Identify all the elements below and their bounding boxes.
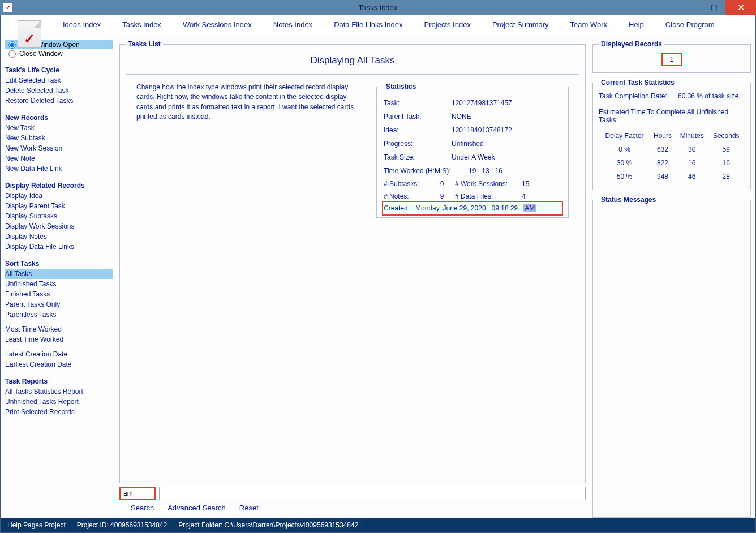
tasks-list-fieldset: Tasks List Displaying All Tasks Change h… xyxy=(119,40,586,483)
menu-projects-index[interactable]: Projects Index xyxy=(424,20,471,29)
close-button[interactable]: ✕ xyxy=(725,0,756,15)
link-latest-creation-date[interactable]: Latest Creation Date xyxy=(5,349,113,359)
link-earliest-creation-date[interactable]: Earliest Creation Date xyxy=(5,359,113,369)
menu-notes-index[interactable]: Notes Index xyxy=(273,20,312,29)
stat-created-label: Created: xyxy=(384,204,410,212)
stat-progress-label: Progress: xyxy=(384,140,452,148)
cts-completion-value: 60.36 % of task size. xyxy=(678,92,741,100)
menu-project-summary[interactable]: Project Summary xyxy=(492,20,549,29)
link-new-work-session[interactable]: New Work Session xyxy=(5,143,113,153)
window-title: Tasks Index xyxy=(359,3,398,12)
link-all-tasks-report[interactable]: All Tasks Statistics Report xyxy=(5,386,113,397)
link-display-data-file-links[interactable]: Display Data File Links xyxy=(5,242,113,252)
cts-row: 0 % 632 30 59 xyxy=(600,143,744,156)
cts-estimate-label: Estimated Time To Complete All Unfinishe… xyxy=(599,102,745,125)
cts-row: 50 % 948 46 28 xyxy=(600,170,744,183)
link-display-notes[interactable]: Display Notes xyxy=(5,231,113,242)
search-term-input[interactable] xyxy=(119,487,156,500)
status-project-id: Project ID: 400956931534842 xyxy=(77,521,167,529)
heading-display-related: Display Related Records xyxy=(5,182,113,190)
cts-legend: Current Task Statistics xyxy=(599,79,677,87)
status-project-folder: Project Folder: C:\Users\Darren\Projects… xyxy=(178,521,358,529)
radio-close-window[interactable]: Close Window xyxy=(5,49,113,58)
stat-worked-value: 19 : 13 : 16 xyxy=(469,167,561,175)
link-new-task[interactable]: New Task xyxy=(5,123,113,133)
link-new-data-file-link[interactable]: New Data File Link xyxy=(5,164,113,174)
link-display-subtasks[interactable]: Display Subtasks xyxy=(5,211,113,221)
stat-size-label: Task Size: xyxy=(384,153,452,161)
reset-search-link[interactable]: Reset xyxy=(239,504,259,512)
link-new-note[interactable]: New Note xyxy=(5,153,113,164)
cts-table: Delay Factor Hours Minutes Seconds 0 % 6… xyxy=(599,128,745,184)
titlebar: Tasks Index — ☐ ✕ xyxy=(0,0,756,15)
menubar: Ideas Index Tasks Index Work Sessions In… xyxy=(1,15,755,36)
menu-tasks-index[interactable]: Tasks Index xyxy=(122,20,161,29)
link-restore-tasks[interactable]: Restore Deleted Tasks xyxy=(5,96,113,106)
cts-completion-label: Task Completion Rate: xyxy=(599,92,678,100)
tasks-list-title: Displaying All Tasks xyxy=(126,51,579,74)
link-delete-task[interactable]: Delete Selected Task xyxy=(5,85,113,96)
link-unfinished-tasks-report[interactable]: Unfinished Tasks Report xyxy=(5,397,113,407)
maximize-button[interactable]: ☐ xyxy=(703,0,725,15)
stat-size-value: Under A Week xyxy=(452,153,561,161)
search-main-input[interactable] xyxy=(159,487,586,500)
stat-subtasks-label: # Subtasks: xyxy=(384,180,429,188)
menu-help[interactable]: Help xyxy=(629,20,644,29)
link-display-work-sessions[interactable]: Display Work Sessions xyxy=(5,221,113,231)
task-card[interactable]: Change how the index type windows print … xyxy=(126,74,579,226)
cts-h-hours: Hours xyxy=(650,130,675,142)
displayed-records-value: 1 xyxy=(663,54,680,65)
cts-h-seconds: Seconds xyxy=(709,130,744,142)
advanced-search-link[interactable]: Advanced Search xyxy=(167,504,226,512)
cts-h-delay: Delay Factor xyxy=(600,130,649,142)
search-area: Search Advanced Search Reset xyxy=(119,483,586,518)
stat-parent-value: NONE xyxy=(452,113,561,121)
stat-created-time: 09:18:29 xyxy=(492,204,518,212)
link-parentless-tasks[interactable]: Parentless Tasks xyxy=(5,310,113,320)
stat-ws-value: 15 xyxy=(522,180,529,188)
stat-datafiles-value: 4 xyxy=(522,192,526,200)
statistics-fieldset: Statistics Task:1201274981371457 Parent … xyxy=(376,83,569,218)
stat-idea-value: 1201184013748172 xyxy=(452,126,561,134)
statusbar: Help Pages Project Project ID: 400956931… xyxy=(1,518,755,532)
menu-ideas-index[interactable]: Ideas Index xyxy=(63,20,101,29)
menu-team-work[interactable]: Team Work xyxy=(570,20,608,29)
stat-created-row: Created: Monday, June 29, 2020 09:18:29 … xyxy=(384,203,561,214)
radio-close-input[interactable] xyxy=(8,50,16,58)
current-task-statistics-fieldset: Current Task Statistics Task Completion … xyxy=(592,79,751,190)
stat-ws-label: # Work Sessions: xyxy=(455,180,517,188)
menu-data-file-links-index[interactable]: Data File Links Index xyxy=(334,20,402,29)
radio-keep-open-input[interactable] xyxy=(8,41,16,49)
task-card-text: Change how the index type windows print … xyxy=(136,83,365,218)
minimize-button[interactable]: — xyxy=(680,0,703,15)
link-new-subtask[interactable]: New Subtask xyxy=(5,133,113,143)
link-all-tasks[interactable]: All Tasks xyxy=(5,269,113,279)
link-most-time-worked[interactable]: Most Time Worked xyxy=(5,324,113,334)
status-project-name: Help Pages Project xyxy=(7,521,66,529)
stat-notes-label: # Notes: xyxy=(384,192,429,200)
link-display-parent-task[interactable]: Display Parent Task xyxy=(5,201,113,211)
stat-parent-label: Parent Task: xyxy=(384,113,452,121)
link-print-selected-records[interactable]: Print Selected Records xyxy=(5,407,113,417)
radio-close-label: Close Window xyxy=(19,50,63,58)
stat-subtasks-value: 9 xyxy=(433,180,450,188)
stat-progress-value: Unfinished xyxy=(452,140,561,148)
link-parent-tasks-only[interactable]: Parent Tasks Only xyxy=(5,299,113,310)
displayed-records-fieldset: Displayed Records 1 xyxy=(592,40,751,73)
link-edit-task[interactable]: Edit Selected Task xyxy=(5,75,113,85)
stat-task-value: 1201274981371457 xyxy=(452,99,561,107)
stat-task-label: Task: xyxy=(384,99,452,107)
link-unfinished-tasks[interactable]: Unfinished Tasks xyxy=(5,279,113,289)
menu-close-program[interactable]: Close Program xyxy=(665,20,715,29)
stat-created-date: Monday, June 29, 2020 xyxy=(415,204,486,212)
link-finished-tasks[interactable]: Finished Tasks xyxy=(5,289,113,299)
stat-notes-value: 9 xyxy=(433,192,450,200)
cts-row: 30 % 822 16 16 xyxy=(600,157,744,169)
search-button[interactable]: Search xyxy=(131,504,154,512)
app-icon xyxy=(3,3,12,12)
link-least-time-worked[interactable]: Least Time Worked xyxy=(5,334,113,345)
menu-work-sessions-index[interactable]: Work Sessions Index xyxy=(183,20,252,29)
status-messages-fieldset: Status Messages xyxy=(592,196,751,518)
heading-life-cycle: Task's Life Cycle xyxy=(5,66,113,74)
link-display-idea[interactable]: Display Idea xyxy=(5,191,113,201)
